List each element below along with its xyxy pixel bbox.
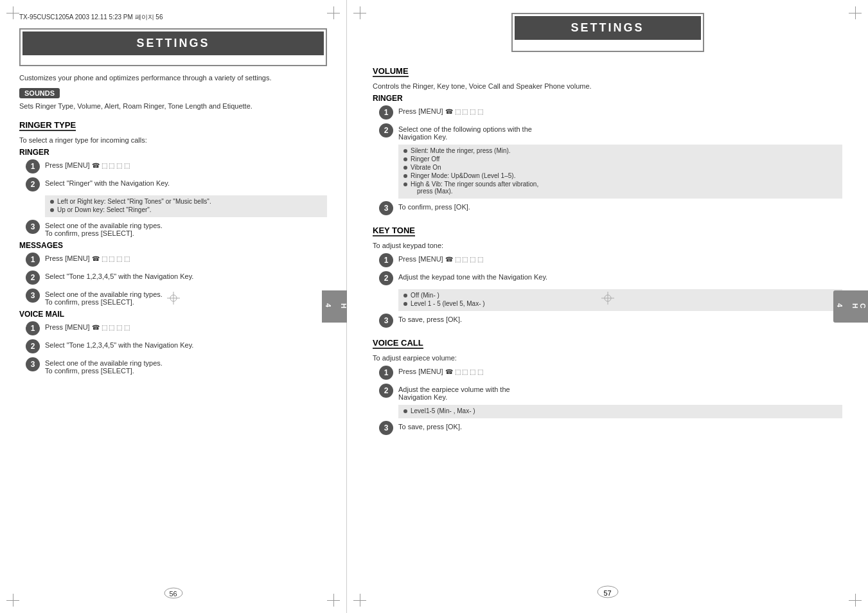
right-page: SETTINGS VOLUME Controls the Ringer, Key… (347, 0, 868, 613)
ringer-type-desc: To select a ringer type for incoming cal… (19, 136, 327, 144)
step-num-3c: 3 (26, 357, 40, 371)
keytone-step2: 2 Adjust the keypad tone with the Naviga… (379, 271, 842, 285)
keytone-step1-text: Press [MENU] ☎ ⬚ ⬚ ⬚ ⬚ (398, 253, 483, 263)
left-page: TX-95CUSC1205A 2003 12.11 5:23 PM 페이지 56… (0, 0, 347, 613)
voicecall-step3: 3 To save, press [OK]. (379, 421, 842, 435)
ringer-sub-title: RINGER (19, 148, 327, 157)
ringer-step2-text: Select "Ringer" with the Navigation Key. (45, 177, 170, 187)
keytone-step3-text: To save, press [OK]. (398, 314, 462, 323)
volume-desc: Controls the Ringer, Key tone, Voice Cal… (373, 82, 842, 90)
right-ringer-step1-text: Press [MENU] ☎ ⬚ ⬚ ⬚ ⬚ (398, 105, 483, 115)
right-ch-tab: CH4 (833, 290, 868, 323)
bullet-dot (403, 166, 407, 170)
left-intro: Customizes your phone and optimizes perf… (19, 74, 327, 82)
right-step-num-2: 2 (379, 123, 393, 138)
right-header-box: SETTINGS (511, 13, 704, 52)
sounds-desc: Sets Ringer Type, Volume, Alert, Roam Ri… (19, 102, 327, 110)
voicemail-sub-title: VOICE MAIL (19, 310, 327, 319)
bullet-dot (403, 409, 407, 413)
right-ringer-step3-text: To confirm, press [OK]. (398, 201, 470, 211)
voicecall-step2-text: Adjust the earpiece volume with the Navi… (398, 384, 510, 401)
voicecall-bullet1: Level1-5 (Min- , Max- ) (403, 407, 837, 414)
messages-step1-text: Press [MENU] ☎ ⬚ ⬚ ⬚ ⬚ (45, 253, 130, 262)
volume-title: VOLUME (373, 66, 409, 77)
kt-step-num-2: 2 (379, 271, 393, 285)
ringer-step3: 3 Select one of the available ring types… (26, 220, 327, 237)
voicecall-step1: 1 Press [MENU] ☎ ⬚ ⬚ ⬚ ⬚ (379, 366, 842, 380)
right-ringer-bullet1: Silent: Mute the ringer, press (Min). (403, 147, 837, 154)
step-num-1b: 1 (26, 253, 40, 267)
right-page-num: 57 (603, 589, 611, 597)
voicemail-step3: 3 Select one of the available ring types… (26, 357, 327, 375)
voicecall-desc: To adjust earpiece volume: (373, 354, 842, 362)
voicemail-step2: 2 Select "Tone 1,2,3,4,5" with the Navig… (26, 339, 327, 353)
vc-step-num-2: 2 (379, 384, 393, 398)
step-num-2b: 2 (26, 271, 40, 285)
messages-step1: 1 Press [MENU] ☎ ⬚ ⬚ ⬚ ⬚ (26, 253, 327, 267)
messages-step2: 2 Select "Tone 1,2,3,4,5" with the Navig… (26, 271, 327, 285)
step-num-1: 1 (26, 159, 40, 173)
center-crosshair-bottom (167, 292, 180, 306)
voicecall-step2: 2 Adjust the earpiece volume with the Na… (379, 384, 842, 401)
bullet-dot (403, 157, 407, 161)
messages-sub-title: MESSAGES (19, 241, 327, 250)
right-ringer-step3: 3 To confirm, press [OK]. (379, 201, 842, 215)
ringer-step1: 1 Press [MENU] ☎ ⬚ ⬚ ⬚ ⬚ (26, 159, 327, 173)
ringer-info-box: Left or Right key: Select "Ring Tones" o… (45, 195, 327, 217)
right-ringer-step1: 1 Press [MENU] ☎ ⬚ ⬚ ⬚ ⬚ (379, 105, 842, 120)
corner-crosshair-br (327, 594, 340, 607)
messages-step3-text: Select one of the available ring types. … (45, 289, 163, 306)
keytone-step1: 1 Press [MENU] ☎ ⬚ ⬚ ⬚ ⬚ (379, 253, 842, 267)
top-bar: TX-95CUSC1205A 2003 12.11 5:23 PM 페이지 56 (19, 13, 327, 22)
voicemail-step2-text: Select "Tone 1,2,3,4,5" with the Navigat… (45, 339, 193, 349)
keytone-bullet2: Level 1 - 5 (level 5, Max- ) (403, 300, 837, 307)
right-ringer-bullet4: Ringer Mode: Up&Down (Level 1–5). (403, 172, 837, 179)
sounds-section: SOUNDS (19, 88, 327, 98)
keytone-step3: 3 To save, press [OK]. (379, 314, 842, 328)
bullet-dot (403, 149, 407, 153)
ringer-step3-text: Select one of the available ring types. … (45, 220, 163, 237)
left-header-box: SETTINGS (19, 28, 327, 66)
right-corner-tr (849, 6, 862, 19)
keytone-info-box: Off (Min- ) Level 1 - 5 (level 5, Max- ) (398, 289, 842, 311)
voicecall-info-box: Level1-5 (Min- , Max- ) (398, 405, 842, 418)
keytone-step2-text: Adjust the keypad tone with the Navigati… (398, 271, 547, 281)
corner-crosshair-tl (6, 6, 19, 19)
kt-step-num-1: 1 (379, 253, 393, 267)
step-num-2: 2 (26, 177, 40, 191)
step-num-3: 3 (26, 220, 40, 234)
ringer-step1-text: Press [MENU] ☎ ⬚ ⬚ ⬚ ⬚ (45, 159, 130, 169)
step-num-1c: 1 (26, 321, 40, 335)
messages-step2-text: Select "Tone 1,2,3,4,5" with the Navigat… (45, 271, 193, 280)
voicemail-step1-text: Press [MENU] ☎ ⬚ ⬚ ⬚ ⬚ (45, 321, 130, 331)
ringer-bullet1: Left or Right key: Select "Ring Tones" o… (50, 198, 322, 205)
right-ringer-info-box: Silent: Mute the ringer, press (Min). Ri… (398, 145, 842, 199)
sounds-badge: SOUNDS (19, 88, 60, 98)
bullet-dot (50, 208, 54, 212)
right-ringer-step2: 2 Select one of the following options wi… (379, 123, 842, 141)
bullet-dot (403, 294, 407, 298)
right-ringer-bullet5: High & Vib: The ringer sounds after vibr… (403, 181, 837, 195)
right-settings-header: SETTINGS (515, 16, 701, 40)
right-corner-br (849, 594, 862, 607)
right-ringer-bullet2: Ringer Off (403, 155, 837, 163)
right-step-num-3: 3 (379, 201, 393, 215)
right-page-num-container: 57 (597, 585, 619, 600)
vc-step-num-1: 1 (379, 366, 393, 380)
bullet-dot (403, 174, 407, 178)
bullet-dot (403, 182, 407, 186)
corner-crosshair-tr (327, 6, 340, 19)
right-ringer-step2-text: Select one of the following options with… (398, 123, 532, 141)
bullet-dot (50, 200, 54, 204)
corner-crosshair-bl (6, 594, 19, 607)
right-corner-tl (353, 6, 366, 19)
voicecall-step1-text: Press [MENU] ☎ ⬚ ⬚ ⬚ ⬚ (398, 366, 483, 375)
voicecall-step3-text: To save, press [OK]. (398, 421, 462, 431)
voicemail-step3-text: Select one of the available ring types. … (45, 357, 163, 375)
left-settings-header: SETTINGS (22, 31, 324, 55)
voicemail-step1: 1 Press [MENU] ☎ ⬚ ⬚ ⬚ ⬚ (26, 321, 327, 335)
right-center-crosshair (601, 292, 614, 306)
right-ringer-title: RINGER (373, 94, 842, 103)
keytone-title: KEY TONE (373, 226, 415, 236)
kt-step-num-3: 3 (379, 314, 393, 328)
